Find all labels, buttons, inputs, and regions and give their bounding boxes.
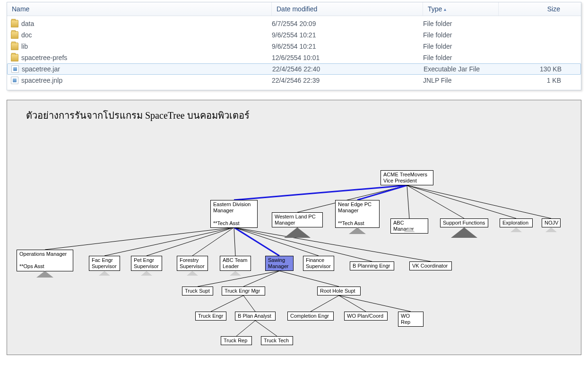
tree-node[interactable]: Truck Tech	[261, 336, 293, 345]
file-row[interactable]: doc 9/6/2554 10:21 File folder	[7, 29, 581, 41]
tree-link	[339, 295, 411, 312]
collapse-indicator-icon[interactable]	[451, 227, 477, 238]
jar-file-icon	[11, 65, 19, 73]
tree-node[interactable]: Truck Engr Mgr	[222, 287, 265, 295]
tree-link	[147, 227, 234, 256]
file-row[interactable]: spacetree-prefs 12/6/2554 10:01 File fol…	[7, 52, 581, 63]
file-date: 22/4/2546 22:40	[272, 65, 424, 73]
collapse-indicator-icon[interactable]	[404, 227, 415, 232]
tree-node[interactable]: VK Coordinator	[409, 261, 452, 270]
file-row[interactable]: lib 9/6/2554 10:21 File folder	[7, 41, 581, 52]
header-type[interactable]: Type ▴	[423, 2, 499, 16]
tree-node[interactable]: Completion Engr	[287, 312, 334, 321]
tree-link	[407, 185, 464, 218]
tree-node[interactable]: NOJV	[542, 218, 561, 227]
file-size: 1 KB	[499, 77, 561, 84]
file-type: Executable Jar File	[424, 65, 499, 73]
folder-icon	[11, 31, 18, 39]
file-name: spacetree.jnlp	[21, 77, 62, 84]
file-date: 9/6/2554 10:21	[272, 43, 423, 50]
tree-node[interactable]: ACME TreeMoversVice President	[380, 170, 433, 185]
tree-link	[104, 227, 234, 256]
tree-link	[407, 185, 516, 218]
spacetree-panel: ตัวอย่างการรันจากโปรแกรม SpaceTree บนคอม…	[7, 100, 581, 355]
collapse-indicator-icon[interactable]	[230, 271, 241, 276]
tree-link	[407, 185, 409, 218]
tree-node[interactable]: SawingManager	[265, 256, 294, 271]
tree-node[interactable]: Support Functions	[440, 218, 488, 227]
tree-node[interactable]: Truck Rep	[221, 336, 252, 345]
file-name-cell: data	[11, 20, 272, 27]
file-name-cell: doc	[11, 31, 272, 39]
tree-node[interactable]: ForestrySupervisor	[177, 256, 208, 271]
tree-node[interactable]: Pet EngrSupervisor	[131, 256, 162, 271]
tree-link	[234, 227, 279, 256]
collapse-indicator-icon[interactable]	[36, 271, 53, 278]
collapse-indicator-icon[interactable]	[510, 227, 522, 232]
tree-link	[211, 295, 243, 312]
tree-node[interactable]: Eastern DivisionManager**Tech Asst	[210, 200, 258, 228]
tree-node[interactable]: WO Plan/Coord	[344, 312, 388, 321]
file-name: lib	[21, 43, 28, 50]
folder-icon	[11, 54, 18, 61]
file-name: spacetree-prefs	[21, 54, 67, 61]
tree-node[interactable]: Fac EngrSupervisor	[89, 256, 120, 271]
tree-link	[45, 227, 234, 250]
tree-node[interactable]: Root Hole Supt	[317, 287, 361, 295]
collapse-indicator-icon[interactable]	[187, 271, 198, 276]
tree-link	[192, 227, 234, 256]
folder-icon	[11, 20, 18, 27]
folder-icon	[11, 43, 18, 50]
file-size: 130 KB	[499, 65, 562, 73]
tree-node[interactable]: B Plan Analyst	[235, 312, 276, 321]
file-name-cell: spacetree.jnlp	[11, 77, 272, 84]
file-type: File folder	[423, 31, 499, 39]
tree-link	[339, 295, 366, 312]
tree-link	[236, 321, 255, 336]
file-list: data 6/7/2554 20:09 File folder doc 9/6/…	[7, 16, 581, 90]
tree-node[interactable]: WO Rep	[398, 312, 424, 327]
collapse-indicator-icon[interactable]	[545, 227, 557, 232]
tree-link	[243, 295, 255, 312]
file-row[interactable]: data 6/7/2554 20:09 File folder	[7, 18, 581, 29]
file-row[interactable]: spacetree.jnlp 22/4/2546 22:39 JNLP File…	[7, 75, 581, 86]
header-name[interactable]: Name	[7, 2, 272, 16]
tree-node[interactable]: Near Edge PCManager**Tech Asst	[335, 200, 380, 228]
collapse-indicator-icon[interactable]	[141, 271, 152, 276]
tree-link	[243, 271, 279, 287]
tree-node[interactable]: Truck Supt	[182, 287, 213, 295]
sort-ascending-icon: ▴	[444, 7, 446, 12]
tree-link	[234, 185, 407, 200]
file-name: spacetree.jar	[22, 65, 60, 73]
header-size[interactable]: Size	[499, 2, 565, 16]
collapse-indicator-icon[interactable]	[284, 227, 311, 238]
tree-link	[234, 227, 235, 256]
jar-file-icon	[11, 77, 18, 84]
file-date: 22/4/2546 22:39	[272, 77, 423, 84]
file-name-cell: lib	[11, 43, 272, 50]
column-headers: Name Date modified Type ▴ Size	[7, 2, 581, 16]
caption-text: ตัวอย่างการรันจากโปรแกรม SpaceTree บนคอม…	[7, 100, 581, 123]
collapse-indicator-icon[interactable]	[349, 227, 366, 234]
tree-link	[279, 271, 339, 287]
file-date: 12/6/2554 10:01	[272, 54, 423, 61]
tree-node[interactable]: ABC TeamLeader	[220, 256, 251, 271]
tree-link	[255, 321, 277, 336]
file-type: JNLP File	[423, 77, 499, 84]
tree-node[interactable]: FinanceSupervisor	[303, 256, 334, 271]
tree-diagram[interactable]: ACME TreeMoversVice PresidentEastern Div…	[7, 123, 581, 350]
file-date: 6/7/2554 20:09	[272, 20, 423, 27]
tree-link	[357, 185, 407, 200]
tree-node[interactable]: Western Land PCManager	[272, 212, 323, 227]
file-name-cell: spacetree.jar	[11, 65, 272, 73]
tree-node[interactable]: Exploration	[500, 218, 533, 227]
file-row[interactable]: spacetree.jar 22/4/2546 22:40 Executable…	[7, 63, 581, 75]
tree-node[interactable]: B Planning Engr	[350, 261, 394, 270]
header-date[interactable]: Date modified	[272, 2, 423, 16]
header-type-label: Type	[428, 5, 442, 13]
file-type: File folder	[423, 20, 499, 27]
tree-node[interactable]: Operations Manager**Ops Asst	[17, 250, 73, 271]
tree-node[interactable]: Truck Engr	[195, 312, 226, 321]
collapse-indicator-icon[interactable]	[99, 271, 110, 276]
file-type: File folder	[423, 43, 499, 50]
